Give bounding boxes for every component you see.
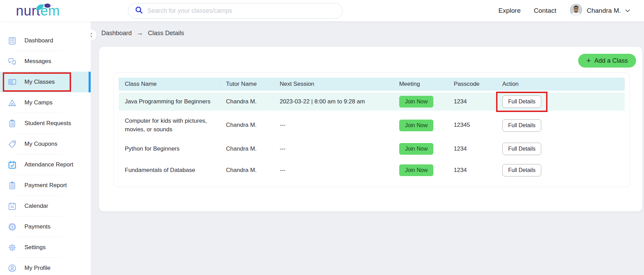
column-header-class-name: Class Name (119, 81, 220, 88)
svg-text:31: 31 (10, 205, 14, 208)
breadcrumb: Dashboard → Class Details (101, 29, 184, 37)
full-details-button[interactable]: Full Details (502, 164, 541, 176)
next-session-cell: 2023-03-22 | 8:00 am to 9:28 am (273, 98, 393, 106)
sidebar-item-label: Dashboard (24, 37, 53, 44)
top-header: nurtem Explore Contact (0, 0, 644, 21)
add-a-class-label: Add a Class (594, 57, 628, 64)
top-right-nav: Explore Contact (499, 3, 630, 18)
tutor-name-cell: Chandra M. (220, 166, 274, 175)
class-name-cell: Java Programming for Beginners (119, 98, 220, 106)
sidebar-item-my-profile[interactable]: My Profile (0, 258, 91, 275)
join-now-button[interactable]: Join Now (399, 143, 434, 155)
tutor-name-cell: Chandra M. (220, 98, 274, 106)
next-session-cell: --- (273, 121, 393, 130)
sidebar-item-label: My Coupons (24, 141, 57, 147)
breadcrumb-dashboard-link[interactable]: Dashboard (101, 30, 132, 37)
sidebar-item-label: Calendar (24, 203, 48, 210)
classes-card: + Add a Class Class Name Tutor Name Next… (99, 47, 642, 211)
search-input[interactable] (148, 7, 336, 14)
calendar-31-icon: 31 (8, 202, 17, 211)
tag-icon (8, 140, 17, 149)
table-row: Python for Beginners Chandra M. --- Join… (119, 140, 625, 158)
sidebar-item-my-classes[interactable]: My Classes (0, 72, 91, 92)
column-header-tutor-name: Tutor Name (220, 81, 274, 88)
sidebar-item-label: Settings (24, 244, 46, 251)
full-details-button[interactable]: Full Details (502, 95, 541, 108)
passcode-cell: 1234 (447, 145, 496, 153)
passcode-cell: 12345 (447, 121, 496, 130)
plus-icon: + (586, 57, 591, 64)
table-row: Computer for kids with pictures, movies,… (119, 114, 625, 136)
user-name: Chandra M. (587, 7, 621, 14)
join-now-button[interactable]: Join Now (399, 120, 434, 131)
sidebar-item-label: My Classes (24, 79, 55, 85)
sidebar-item-label: My Profile (24, 265, 51, 272)
class-name-cell: Computer for kids with pictures, movies,… (119, 117, 220, 134)
nav-contact-link[interactable]: Contact (534, 7, 556, 14)
tent-icon (8, 98, 17, 108)
sidebar-item-label: Student Requests (24, 120, 71, 127)
column-header-passcode: Passcode (447, 81, 496, 88)
classes-table: Class Name Tutor Name Next Session Meeti… (113, 72, 630, 187)
sidebar-item-label: Attendance Report (24, 161, 73, 168)
nurtem-logo[interactable]: nurtem (16, 4, 60, 18)
tutor-name-cell: Chandra M. (220, 145, 274, 153)
sidebar-item-settings[interactable]: Settings (0, 237, 91, 258)
avatar (570, 3, 583, 18)
search-icon (134, 6, 143, 16)
sidebar: Dashboard Messages My Classes (0, 21, 91, 275)
next-session-cell: --- (273, 166, 393, 175)
svg-text:$: $ (11, 225, 13, 228)
add-a-class-button[interactable]: + Add a Class (578, 54, 636, 68)
sidebar-item-label: Messages (24, 58, 51, 65)
passcode-cell: 1234 (447, 98, 496, 106)
column-header-meeting: Meeting (393, 81, 448, 88)
class-name-cell: Fundamentals of Database (119, 166, 220, 175)
sidebar-item-messages[interactable]: Messages (0, 51, 91, 72)
open-book-icon (8, 78, 17, 87)
clipboard-list-icon (8, 181, 17, 190)
sidebar-item-my-camps[interactable]: My Camps (0, 92, 91, 113)
breadcrumb-row: Dashboard → Class Details (91, 21, 644, 42)
dashboard-grid-icon (8, 36, 17, 45)
join-now-button[interactable]: Join Now (399, 96, 434, 108)
chevron-down-icon (625, 8, 630, 14)
user-menu[interactable]: Chandra M. (570, 3, 630, 18)
dollar-coin-icon: $ (8, 222, 17, 232)
table-row: Java Programming for Beginners Chandra M… (119, 93, 625, 111)
full-details-button[interactable]: Full Details (502, 143, 541, 155)
sidebar-item-student-requests[interactable]: Student Requests (0, 113, 91, 134)
sidebar-item-label: Payments (24, 223, 51, 230)
join-now-button[interactable]: Join Now (399, 164, 434, 176)
sidebar-item-calendar[interactable]: 31 Calendar (0, 196, 91, 216)
sidebar-item-my-coupons[interactable]: My Coupons (0, 134, 91, 154)
leaf-logo-icon (36, 0, 51, 13)
passcode-cell: 1234 (447, 166, 496, 175)
sidebar-item-attendance-report[interactable]: Attendance Report (0, 154, 91, 175)
search-bar[interactable] (128, 3, 343, 19)
breadcrumb-current-page: Class Details (148, 30, 184, 37)
nav-explore-link[interactable]: Explore (499, 7, 521, 14)
column-header-next-session: Next Session (273, 81, 393, 88)
active-item-bar (89, 72, 91, 92)
next-session-cell: --- (273, 145, 393, 153)
user-circle-icon (8, 264, 17, 273)
app-window: nurtem Explore Contact (0, 0, 644, 275)
sidebar-item-payments[interactable]: $ Payments (0, 216, 91, 237)
table-row: Fundamentals of Database Chandra M. --- … (119, 161, 625, 179)
tutor-name-cell: Chandra M. (220, 121, 274, 130)
class-name-cell: Python for Beginners (119, 145, 220, 153)
sidebar-item-dashboard[interactable]: Dashboard (0, 30, 91, 51)
main-content: Dashboard → Class Details + Add a Class … (91, 21, 644, 275)
column-header-action: Action (496, 81, 625, 88)
sidebar-item-payment-report[interactable]: Payment Report (0, 175, 91, 196)
sidebar-item-label: My Camps (24, 99, 52, 106)
gear-icon (8, 243, 17, 252)
messages-icon (8, 57, 17, 66)
table-header-row: Class Name Tutor Name Next Session Meeti… (119, 78, 625, 91)
clipboard-list-icon (8, 119, 17, 128)
breadcrumb-arrow-icon: → (137, 29, 143, 37)
sidebar-item-label: Payment Report (24, 182, 67, 189)
full-details-button[interactable]: Full Details (502, 119, 541, 132)
calendar-check-icon (8, 160, 17, 170)
